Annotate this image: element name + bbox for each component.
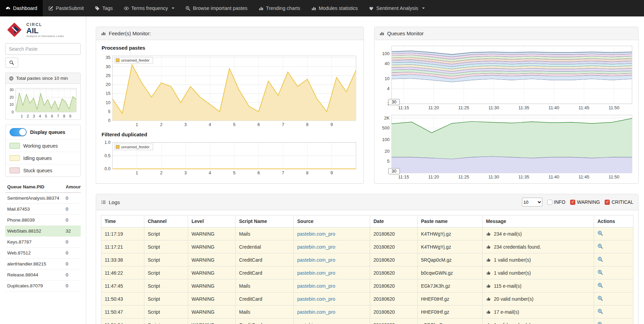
log-date: 20180620	[370, 319, 418, 324]
svg-text:3: 3	[184, 122, 187, 127]
log-paste-name: HHEF0tHf.gz	[418, 306, 483, 319]
svg-text:15: 15	[106, 91, 110, 96]
inspect-paste-icon[interactable]	[597, 257, 603, 262]
search-paste-input[interactable]	[5, 43, 81, 55]
queue-amount: 0	[64, 204, 81, 215]
logs-column-header: Actions	[594, 215, 633, 227]
nav-item[interactable]: Sentiment Analysis	[363, 0, 430, 16]
log-level-filter[interactable]: CRITICAL	[605, 199, 633, 205]
svg-text:11:15: 11:15	[398, 105, 409, 110]
nav-item-icon	[369, 6, 374, 11]
log-channel: Script	[144, 306, 188, 319]
svg-text:11:25: 11:25	[458, 105, 469, 110]
queue-name: Keys.87787	[5, 237, 64, 248]
log-source-link[interactable]: pastebin.com_pro	[297, 283, 335, 289]
inspect-paste-icon[interactable]	[597, 283, 603, 288]
log-message: 115 e-mail(s)	[494, 283, 522, 289]
svg-text:11:40: 11:40	[549, 174, 560, 179]
inspect-paste-icon[interactable]	[597, 309, 603, 314]
svg-text:30: 30	[10, 88, 14, 92]
nav-item[interactable]: Browse important pastes	[180, 0, 253, 16]
queue-table-row: Web.87512 0	[5, 248, 81, 259]
queue-status-table: Queue Name.PID Amount SentimentAnalysis.…	[5, 182, 81, 291]
queue-table-row: Duplicates.87079 0	[5, 281, 81, 291]
log-source-link[interactable]: pastebin.com_pro	[297, 231, 335, 237]
queue-amount: 0	[64, 192, 81, 204]
log-level-checkbox[interactable]	[547, 200, 552, 205]
svg-text:4: 4	[209, 171, 211, 175]
log-message: 234 e-mail(s)	[494, 231, 522, 237]
queue-table-row: Phone.88039 0	[5, 215, 81, 226]
svg-text:5: 5	[387, 159, 390, 164]
log-level-filter[interactable]: INFO	[547, 199, 565, 205]
inspect-paste-icon[interactable]	[597, 244, 603, 249]
svg-text:11:35: 11:35	[518, 105, 529, 110]
logs-column-header: Time	[101, 215, 144, 227]
search-button[interactable]	[5, 58, 18, 68]
nav-item[interactable]: Modules statistics	[306, 0, 363, 16]
filtered-duplicated-title: Filtered duplicated	[102, 132, 359, 137]
log-level: WARNING	[188, 319, 236, 324]
nav-item-label: Tags	[102, 5, 113, 11]
nav-item[interactable]: Trending charts	[253, 0, 306, 16]
queue-name: SentimentAnalysis.88374	[5, 192, 64, 204]
log-date: 20180620	[370, 266, 418, 279]
inspect-paste-icon[interactable]	[597, 322, 603, 324]
log-level: WARNING	[188, 279, 236, 292]
queue-name: Mail.87453	[5, 204, 64, 215]
inspect-paste-icon[interactable]	[597, 230, 603, 236]
nav-item-icon	[5, 6, 11, 11]
log-source-link[interactable]: pastebin.com_pro	[297, 322, 335, 324]
nav-item-icon	[95, 6, 100, 11]
nav-item-label: Trending charts	[266, 5, 300, 11]
log-source-link[interactable]: pastebin.com_pro	[297, 257, 335, 263]
filtered-duplicated-chart: 0.00.51.0123456789unnamed_feeder	[101, 140, 359, 176]
caret-down-icon	[172, 8, 174, 9]
log-source-link[interactable]: pastebin.com_pro	[297, 309, 335, 315]
logs-panel-title: Logs	[109, 199, 120, 205]
inspect-paste-icon[interactable]	[597, 296, 603, 301]
log-level: WARNING	[188, 253, 236, 266]
inspect-paste-icon[interactable]	[597, 270, 603, 275]
svg-text:11:40: 11:40	[549, 105, 560, 110]
svg-text:10: 10	[10, 102, 14, 107]
queue-legend-swatch	[10, 155, 20, 161]
queue-amount: 0	[64, 259, 81, 270]
nav-item[interactable]: Tags	[89, 0, 118, 16]
log-level-checkbox[interactable]	[570, 200, 575, 205]
log-message: 234 credentials found.	[494, 244, 541, 250]
log-level-checkbox[interactable]	[605, 200, 610, 205]
svg-text:11:45: 11:45	[579, 105, 590, 110]
log-source-link[interactable]: pastebin.com_pro	[297, 296, 335, 302]
chart-value-badge: 30	[388, 99, 400, 105]
log-source-link[interactable]: pastebin.com_pro	[297, 270, 335, 276]
nav-item-label: Browse important pastes	[193, 5, 248, 11]
thumbs-up-icon	[486, 296, 491, 301]
svg-text:0: 0	[12, 110, 14, 114]
nav-item[interactable]: Terms frequency	[118, 0, 180, 16]
svg-text:500: 500	[382, 125, 390, 130]
nav-item[interactable]: Dashboard	[0, 0, 43, 16]
log-channel: Script	[144, 319, 188, 324]
svg-text:6: 6	[51, 114, 53, 118]
svg-text:4: 4	[387, 86, 390, 91]
svg-text:40: 40	[385, 61, 390, 66]
svg-text:20: 20	[385, 149, 390, 154]
page-size-select[interactable]: 10	[522, 198, 542, 207]
svg-text:11:20: 11:20	[428, 174, 439, 179]
logs-column-header: Message	[483, 215, 594, 227]
log-row: 11:50:43 Script WARNING CreditCard paste…	[101, 292, 633, 306]
top-navbar: Dashboard PasteSubmit Tags Terms frequen…	[0, 0, 644, 16]
nav-item[interactable]: PasteSubmit	[43, 0, 89, 16]
queue-legend-label: Working queues	[23, 143, 58, 149]
queue-name: Duplicates.87079	[5, 281, 64, 291]
queue-amount: 0	[64, 248, 81, 259]
log-source-link[interactable]: pastebin.com_pro	[297, 244, 335, 250]
log-level-filter[interactable]: WARNING	[570, 199, 600, 205]
display-queues-toggle[interactable]	[10, 128, 27, 136]
log-script: CreditCard	[236, 292, 294, 306]
queue-amount: 0	[64, 237, 81, 248]
queue-legend-swatch	[10, 167, 20, 173]
svg-text:6: 6	[258, 122, 260, 127]
svg-text:11:20: 11:20	[428, 105, 439, 110]
